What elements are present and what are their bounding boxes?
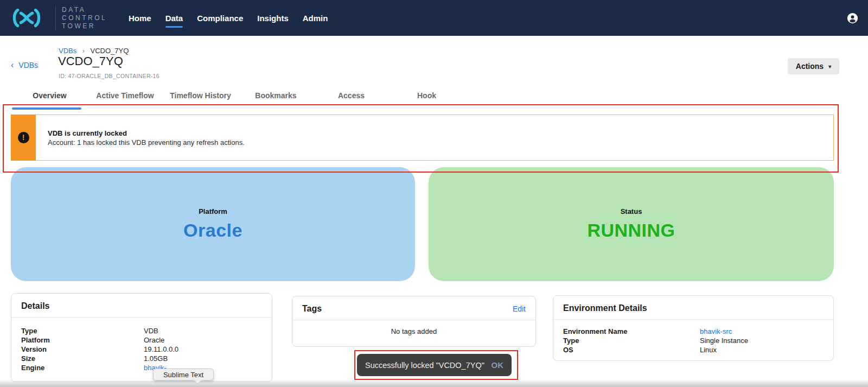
tags-card: Tags Edit No tags added — [292, 296, 536, 347]
nav-item-label: Data — [165, 14, 183, 23]
top-navbar: DATA CONTROL TOWER Home Data Compliance … — [0, 0, 868, 36]
tab-active-timeflow[interactable]: Active Timeflow — [87, 87, 163, 110]
nav-item-home[interactable]: Home — [129, 14, 151, 23]
row-value: VDB — [144, 326, 262, 335]
tab-label: Timeflow History — [170, 91, 231, 100]
row-label: Version — [21, 345, 144, 354]
success-toast: Successfully locked "VCDO_7YQ" OK — [357, 354, 512, 376]
environment-card-header: Environment Details — [553, 296, 833, 320]
row-label: Engine — [21, 363, 144, 372]
tab-label: Access — [338, 91, 365, 100]
tab-access[interactable]: Access — [314, 87, 389, 110]
toast-message: Successfully locked "VCDO_7YQ" — [365, 361, 484, 370]
brand-wordmark: DATA CONTROL TOWER — [62, 6, 107, 30]
tags-card-header: Tags Edit — [292, 296, 535, 320]
toast-ok-button[interactable]: OK — [492, 360, 504, 370]
warning-icon: ! — [18, 132, 29, 143]
brand-line: CONTROL — [62, 14, 107, 22]
active-tab-underline — [12, 107, 81, 110]
platform-summary-card: Platform Oracle — [11, 167, 415, 281]
row-label: Environment Name — [563, 327, 700, 336]
caret-down-icon: ▾ — [828, 64, 831, 69]
nav-item-label: Home — [129, 14, 151, 23]
details-card-body: Type VDB Platform Oracle Version 19.11.0… — [11, 318, 272, 381]
sublime-text-tooltip: Sublime Text — [153, 369, 214, 380]
tab-label: Overview — [33, 91, 66, 100]
page-title: VCDO_7YQ — [58, 54, 123, 68]
status-label: Status — [621, 207, 642, 215]
back-link-label: VDBs — [18, 61, 38, 69]
row-value: Oracle — [144, 335, 262, 345]
tab-bookmarks[interactable]: Bookmarks — [238, 87, 314, 110]
brand-line: DATA — [62, 6, 107, 14]
tab-timeflow-history[interactable]: Timeflow History — [163, 87, 238, 110]
table-row: Engine bhavik- — [21, 363, 262, 372]
actions-button-label: Actions — [796, 62, 824, 71]
breadcrumb-current: VCDO_7YQ — [90, 47, 129, 55]
environment-name-link[interactable]: bhavik-src — [700, 327, 824, 336]
table-row: Environment Name bhavik-src — [563, 327, 824, 336]
nav-item-label: Admin — [303, 14, 328, 23]
table-row: Platform Oracle — [21, 335, 262, 345]
platform-value: Oracle — [183, 220, 242, 241]
tags-card-body: No tags added — [292, 320, 535, 341]
table-row: Type VDB — [21, 326, 262, 335]
table-row: Size 1.05GB — [21, 354, 262, 363]
nav-item-compliance[interactable]: Compliance — [197, 14, 243, 23]
row-value: Linux — [700, 345, 824, 354]
chevron-right-icon: › — [82, 47, 85, 55]
row-label: Type — [21, 326, 144, 335]
status-value: RUNNING — [587, 220, 675, 241]
detail-tabs: Overview Active Timeflow Timeflow Histor… — [12, 87, 464, 110]
row-value: Single Instance — [700, 336, 824, 345]
chevron-left-icon: ‹ — [11, 61, 14, 69]
tab-label: Hook — [417, 91, 436, 100]
environment-card-body: Environment Name bhavik-src Type Single … — [553, 320, 833, 361]
details-card-title: Details — [21, 301, 49, 311]
main-nav: Home Data Compliance Insights Admin — [129, 0, 328, 36]
back-to-vdbs-link[interactable]: ‹ VDBs — [11, 61, 38, 69]
user-account-icon[interactable] — [847, 12, 858, 24]
tags-card-title: Tags — [302, 304, 322, 314]
row-value: 1.05GB — [144, 354, 262, 363]
delphix-logo-icon[interactable] — [11, 7, 42, 29]
details-card-header: Details — [11, 294, 272, 318]
breadcrumb: VDBs › VCDO_7YQ — [59, 47, 129, 55]
alert-body: VDB is currently locked Account: 1 has l… — [36, 115, 834, 161]
status-summary-card: Status RUNNING — [429, 167, 834, 281]
nav-item-data[interactable]: Data — [165, 14, 183, 23]
nav-item-insights[interactable]: Insights — [257, 14, 289, 23]
alert-accent-bar: ! — [11, 115, 36, 161]
details-card: Details Type VDB Platform Oracle Version… — [11, 293, 272, 382]
platform-label: Platform — [199, 207, 227, 215]
row-label: Type — [563, 336, 700, 345]
alert-message: Account: 1 has locked this VDB preventin… — [48, 138, 833, 147]
table-row: OS Linux — [563, 345, 824, 354]
app-window: DATA CONTROL TOWER Home Data Compliance … — [0, 0, 868, 387]
table-row: Version 19.11.0.0.0 — [21, 345, 262, 354]
row-label: OS — [563, 345, 700, 354]
nav-item-label: Insights — [257, 14, 289, 23]
nav-item-label: Compliance — [197, 14, 243, 23]
tab-label: Active Timeflow — [96, 91, 154, 100]
vdb-id-label: ID: 47-ORACLE_DB_CONTAINER-16 — [59, 73, 159, 79]
nav-item-admin[interactable]: Admin — [303, 14, 328, 23]
tab-label: Bookmarks — [255, 91, 296, 100]
tab-hook[interactable]: Hook — [389, 87, 464, 110]
vdb-locked-alert: ! VDB is currently locked Account: 1 has… — [11, 115, 834, 161]
tags-empty-text: No tags added — [302, 326, 526, 335]
row-label: Platform — [21, 335, 144, 345]
row-label: Size — [21, 354, 144, 363]
alert-title: VDB is currently locked — [48, 129, 833, 137]
brand-line: TOWER — [62, 22, 107, 30]
tab-overview[interactable]: Overview — [12, 87, 87, 110]
environment-details-card: Environment Details Environment Name bha… — [553, 295, 834, 361]
row-value: 19.11.0.0.0 — [144, 345, 262, 354]
tags-edit-link[interactable]: Edit — [513, 304, 526, 313]
active-nav-underline — [165, 26, 183, 28]
actions-button[interactable]: Actions ▾ — [788, 58, 839, 74]
brand-divider — [55, 6, 56, 30]
table-row: Type Single Instance — [563, 336, 824, 345]
environment-card-title: Environment Details — [563, 303, 647, 313]
breadcrumb-vdbs-link[interactable]: VDBs — [59, 47, 76, 55]
